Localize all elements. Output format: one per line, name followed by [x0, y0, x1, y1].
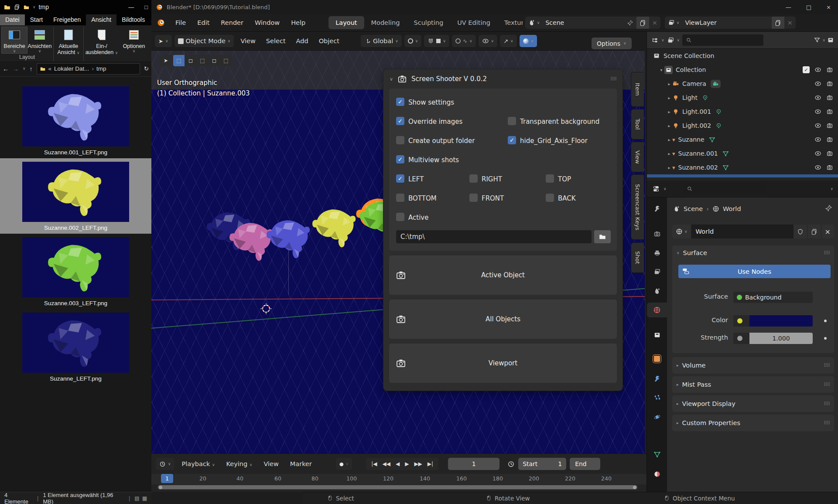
timeline-scrollbar[interactable] [157, 485, 638, 490]
quick-access-check-icon[interactable] [14, 4, 20, 10]
workspace-tab-layout[interactable]: Layout [328, 16, 364, 29]
world-browse-button[interactable]: ∨ [672, 225, 691, 238]
viewlayer-name[interactable]: ViewLayer [682, 19, 771, 26]
tab-object[interactable] [647, 351, 667, 366]
menu-object[interactable]: Object [315, 37, 343, 44]
auto-keying-button[interactable]: ●∨ [336, 458, 352, 470]
outliner-search-input[interactable] [682, 34, 763, 46]
tab-world-active[interactable] [647, 303, 667, 317]
mode-selector[interactable]: Object Mode∨ [174, 35, 234, 47]
checkbox-left[interactable]: ✓ [396, 174, 404, 183]
sidebar-tab-item[interactable]: Item [631, 72, 644, 107]
suzanne-blue[interactable] [263, 218, 315, 259]
panel-expand-icon[interactable]: ▸ [677, 383, 679, 387]
menu-select[interactable]: Select [262, 37, 290, 44]
breadcrumb-world[interactable]: World [723, 205, 741, 212]
panel-collapse-icon[interactable]: ∨ [677, 251, 680, 255]
surface-shader-select[interactable]: Background [733, 292, 813, 303]
end-frame-field[interactable]: End [570, 458, 600, 470]
eye-icon[interactable] [814, 80, 821, 87]
current-frame-indicator[interactable]: 1 [161, 474, 173, 483]
disclosure-icon[interactable]: ▸ [666, 137, 672, 142]
transform-orientation-selector[interactable]: Global∨ [361, 35, 402, 47]
quick-access-chevron-icon[interactable]: ∨ [33, 5, 36, 9]
details-view-icon[interactable]: ▤ [134, 495, 139, 501]
eye-icon[interactable] [814, 122, 821, 129]
outliner-row-camera[interactable]: ▸ Camera [647, 77, 838, 91]
menu-file[interactable]: File [170, 19, 192, 26]
checkbox-hide-grid-axis-floor[interactable]: ✓ [508, 136, 516, 144]
menu-edit[interactable]: Edit [192, 19, 215, 26]
scene-selector[interactable]: ∨ Scene × [525, 17, 660, 29]
outliner-row-suzanne[interactable]: ▸ ▾ Suzanne [647, 133, 838, 146]
history-chevron-icon[interactable]: ∨ [23, 67, 26, 71]
disclosure-icon[interactable]: ▸ [666, 82, 672, 86]
sidebar-tab-view[interactable]: View [631, 142, 644, 172]
minimize-button[interactable]: — [786, 4, 791, 10]
outliner-row-light[interactable]: ▸ Light [647, 91, 838, 105]
checkbox-transparent-background[interactable] [508, 117, 516, 125]
camera-visibility-icon[interactable] [826, 122, 833, 129]
list-item-selected[interactable]: Suzanne.002_LEFT.png [0, 158, 151, 234]
outliner-filter-mode-icon[interactable] [667, 37, 674, 44]
tool-move-button[interactable]: ⬚ [220, 55, 232, 66]
camera-visibility-icon[interactable] [826, 108, 833, 115]
tool-select-box-button[interactable]: ⬚ [173, 55, 185, 66]
sidebar-tab-tool[interactable]: Tool [631, 109, 644, 140]
tab-scene[interactable] [647, 283, 667, 298]
active-object-button[interactable]: Active Object [389, 255, 617, 295]
breadcrumb-scene[interactable]: Scene [684, 205, 703, 212]
panel-expand-icon[interactable]: ▸ [677, 421, 679, 425]
sidebar-tab-screencast-keys[interactable]: Screencast Keys [631, 174, 644, 240]
maximize-button[interactable]: □ [806, 4, 811, 10]
disclosure-icon[interactable]: ▾ [658, 68, 664, 72]
outliner-row-suzanne002[interactable]: ▸ ▾ Suzanne.002 [647, 160, 838, 174]
editor-type-button[interactable]: ∨ [156, 458, 174, 470]
world-name-field[interactable]: World [691, 225, 794, 238]
viewlayer-selector[interactable]: ∨ ViewLayer × [665, 17, 796, 29]
back-icon[interactable]: ← [3, 65, 9, 72]
copy-icon[interactable] [775, 20, 781, 26]
checkbox-override-images[interactable]: ✓ [396, 117, 404, 125]
workspace-tab-texturepaint[interactable]: Textur [497, 16, 523, 29]
panel-expand-icon[interactable]: ▸ [677, 364, 679, 368]
eye-icon[interactable] [814, 108, 821, 115]
volume-panel[interactable]: ▸Volume⠿⠿ [672, 357, 834, 374]
maximize-button[interactable]: □ [144, 4, 148, 10]
prev-keyframe-button[interactable]: ◀◀ [382, 461, 390, 467]
eye-icon[interactable] [814, 66, 821, 73]
checkbox-active[interactable] [396, 213, 404, 221]
close-button[interactable]: × [826, 4, 831, 10]
visibility-dropdown[interactable]: ∨ [479, 35, 498, 47]
filter-icon[interactable] [814, 37, 821, 44]
pin-icon[interactable] [825, 204, 832, 212]
tab-start[interactable]: Start [25, 14, 48, 25]
copy-icon[interactable] [640, 20, 646, 26]
unlink-datablock-button[interactable]: × [821, 225, 834, 238]
menu-help[interactable]: Help [285, 19, 311, 26]
menu-window[interactable]: Window [249, 19, 285, 26]
refresh-icon[interactable]: ↻ [144, 65, 149, 72]
jump-to-end-button[interactable]: ▶| [428, 461, 433, 467]
sidebar-tab-shot[interactable]: Shot [631, 242, 644, 273]
remove-icon[interactable]: × [784, 17, 796, 29]
tool-cursor-button[interactable]: ◻ [209, 55, 220, 66]
next-keyframe-button[interactable]: ▶▶ [414, 461, 422, 467]
outliner-row-selected-partial[interactable] [647, 174, 838, 177]
pivot-point-selector[interactable]: ∨ [404, 35, 422, 47]
list-item[interactable]: Suzanne.003_LEFT.png [0, 234, 151, 309]
camera-visibility-icon[interactable] [826, 136, 833, 143]
current-frame-field[interactable]: 1 [448, 458, 499, 470]
disclosure-icon[interactable]: ▸ [666, 123, 672, 128]
checkbox-front[interactable] [469, 194, 478, 202]
outliner-display-mode-icon[interactable] [651, 37, 659, 44]
menu-add[interactable]: Add [292, 37, 312, 44]
outliner-row-light001[interactable]: ▸ Light.001 [647, 105, 838, 119]
play-button[interactable]: ▶ [405, 461, 409, 467]
camera-visibility-icon[interactable] [826, 150, 833, 157]
panel-expand-icon[interactable]: ▸ [677, 402, 679, 406]
eye-icon[interactable] [814, 164, 821, 171]
tab-output[interactable] [647, 245, 667, 260]
breadcrumb-parent[interactable]: Lokaler Dat... [54, 65, 89, 72]
tab-collection[interactable] [647, 327, 667, 342]
